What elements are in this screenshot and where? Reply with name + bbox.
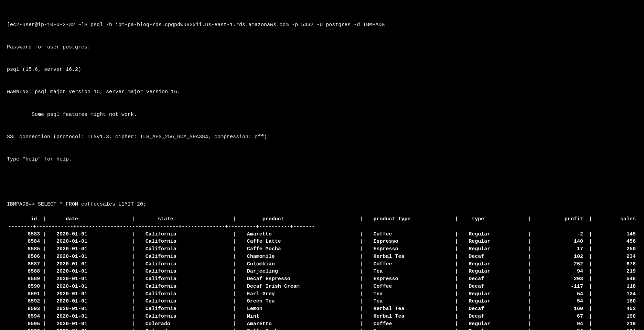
cell-separator: | bbox=[130, 245, 141, 253]
cell-separator: | bbox=[453, 253, 464, 261]
table-cell: Tea bbox=[369, 298, 453, 305]
warning-line: WARNING: psql major version 15, server m… bbox=[7, 88, 637, 96]
cell-separator: | bbox=[232, 253, 243, 261]
cell-separator: | bbox=[527, 328, 537, 330]
cell-separator: | bbox=[232, 328, 243, 330]
cell-separator: | bbox=[527, 283, 537, 290]
password-line: Password for user postgres: bbox=[7, 44, 637, 51]
cell-separator: | bbox=[588, 305, 598, 313]
col-header-id: id bbox=[7, 216, 41, 223]
table-cell: Espresso bbox=[369, 328, 453, 330]
table-cell: Regular bbox=[464, 268, 527, 275]
cell-separator: | bbox=[130, 238, 141, 245]
cell-separator: | bbox=[453, 261, 464, 268]
table-cell: 8592 bbox=[7, 298, 41, 305]
table-cell: Amaretto bbox=[243, 320, 358, 328]
table-cell: 8584 bbox=[7, 238, 41, 245]
pipe6: | bbox=[527, 216, 537, 223]
table-cell: 140 bbox=[537, 238, 588, 245]
cell-separator: | bbox=[588, 320, 598, 328]
table-cell: 8590 bbox=[7, 283, 41, 290]
cell-separator: | bbox=[232, 298, 243, 305]
cell-separator: | bbox=[453, 231, 464, 238]
cell-separator: | bbox=[358, 238, 369, 245]
table-cell: Espresso bbox=[369, 245, 453, 253]
cell-separator: | bbox=[41, 328, 52, 330]
table-cell: 8586 bbox=[7, 253, 41, 261]
cell-separator: | bbox=[588, 275, 598, 283]
table-row: 8592| 2020-01-01 | California | Green Te… bbox=[7, 298, 637, 305]
table-cell: Decaf Irish Cream bbox=[243, 283, 358, 290]
table-cell: Regular bbox=[464, 298, 527, 305]
table-cell: Mint bbox=[243, 313, 358, 320]
table-row: 8594| 2020-01-01 | California | Mint | H… bbox=[7, 313, 637, 320]
table-cell: -2 bbox=[537, 231, 588, 238]
table-cell: Regular bbox=[464, 231, 527, 238]
table-cell: 219 bbox=[598, 320, 637, 328]
table-row: 8590| 2020-01-01 | California | Decaf Ir… bbox=[7, 283, 637, 290]
table-cell: Decaf bbox=[464, 275, 527, 283]
cell-separator: | bbox=[453, 275, 464, 283]
cell-separator: | bbox=[527, 231, 537, 238]
cell-separator: | bbox=[358, 305, 369, 313]
cell-separator: | bbox=[130, 231, 141, 238]
results-table: id | date | state | product | product_ty… bbox=[7, 216, 637, 330]
cell-separator: | bbox=[130, 253, 141, 261]
cell-separator: | bbox=[527, 290, 537, 298]
table-cell: 94 bbox=[537, 320, 588, 328]
table-row: 8589| 2020-01-01 | California | Decaf Es… bbox=[7, 275, 637, 283]
cell-separator: | bbox=[130, 328, 141, 330]
table-cell: 8594 bbox=[7, 313, 41, 320]
cell-separator: | bbox=[232, 305, 243, 313]
pipe4: | bbox=[358, 216, 369, 223]
table-cell: 8591 bbox=[7, 290, 41, 298]
cell-separator: | bbox=[358, 245, 369, 253]
table-cell: California bbox=[141, 298, 232, 305]
cell-separator: | bbox=[358, 328, 369, 330]
cell-separator: | bbox=[41, 275, 52, 283]
cell-separator: | bbox=[232, 231, 243, 238]
table-row: 8583| 2020-01-01 | California | Amaretto… bbox=[7, 231, 637, 238]
table-cell: 54 bbox=[537, 328, 588, 330]
cell-separator: | bbox=[130, 290, 141, 298]
column-header-row: id | date | state | product | product_ty… bbox=[7, 216, 637, 223]
cell-separator: | bbox=[453, 283, 464, 290]
cell-separator: | bbox=[41, 305, 52, 313]
table-cell: 203 bbox=[537, 275, 588, 283]
cell-separator: | bbox=[453, 305, 464, 313]
table-cell: Regular bbox=[464, 290, 527, 298]
cell-separator: | bbox=[130, 261, 141, 268]
cell-separator: | bbox=[232, 290, 243, 298]
table-cell: Colorado bbox=[141, 328, 232, 330]
table-cell: 8583 bbox=[7, 231, 41, 238]
table-cell: Tea bbox=[369, 290, 453, 298]
table-cell: 118 bbox=[598, 283, 637, 290]
table-cell: California bbox=[141, 275, 232, 283]
table-cell: 2020-01-01 bbox=[52, 328, 130, 330]
pipe2: | bbox=[130, 216, 141, 223]
col-header-product-type: product_type bbox=[369, 216, 453, 223]
table-cell: Decaf bbox=[464, 253, 527, 261]
table-cell: 134 bbox=[598, 328, 637, 330]
table-cell: 2020-01-01 bbox=[52, 275, 130, 283]
table-row: 8587| 2020-01-01 | California | Colombia… bbox=[7, 261, 637, 268]
cell-separator: | bbox=[588, 245, 598, 253]
table-cell: 8596 bbox=[7, 328, 41, 330]
table-cell: 8593 bbox=[7, 305, 41, 313]
table-cell: 250 bbox=[598, 245, 637, 253]
table-cell: Espresso bbox=[369, 275, 453, 283]
table-cell: 2020-01-01 bbox=[52, 298, 130, 305]
table-cell: Coffee bbox=[369, 231, 453, 238]
table-cell: Earl Grey bbox=[243, 290, 358, 298]
table-cell: 8589 bbox=[7, 275, 41, 283]
cell-separator: | bbox=[588, 268, 598, 275]
cell-separator: | bbox=[41, 253, 52, 261]
table-cell: Darjeeling bbox=[243, 268, 358, 275]
table-cell: 94 bbox=[537, 268, 588, 275]
cell-separator: | bbox=[588, 298, 598, 305]
prompt-line: [ec2-user@ip-10-0-2-32 ~]$ psql -h ibm-p… bbox=[7, 21, 637, 29]
cell-separator: | bbox=[41, 268, 52, 275]
table-cell: Decaf bbox=[464, 305, 527, 313]
table-cell: 678 bbox=[598, 261, 637, 268]
pipe1: | bbox=[41, 216, 52, 223]
